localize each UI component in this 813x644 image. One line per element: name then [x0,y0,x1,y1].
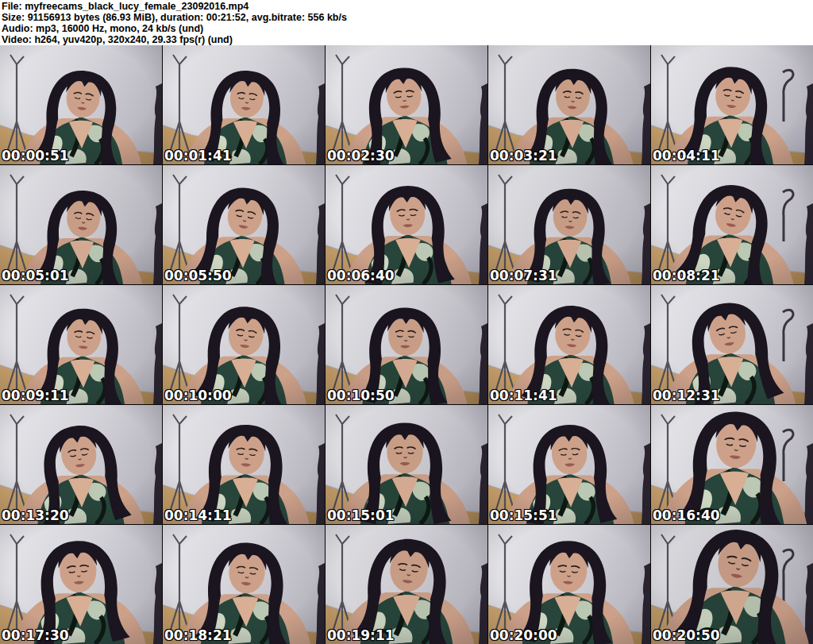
timestamp-overlay: 00:03:21 [490,149,557,163]
thumbnail-scene [326,285,487,404]
timestamp-overlay: 00:16:40 [653,509,720,523]
vignette [651,405,813,524]
vignette [488,285,650,404]
video-thumbnail: 00:11:41 [488,285,650,404]
video-thumbnail: 00:05:50 [163,165,325,284]
video-thumbnail: 00:19:11 [326,525,487,644]
timestamp-overlay: 00:07:31 [490,269,557,283]
vignette [326,165,487,284]
timestamp-overlay: 00:12:31 [653,389,720,403]
thumbnail-scene [488,165,650,284]
vignette [651,525,813,644]
vignette [163,405,325,524]
video-thumbnail: 00:10:00 [163,285,325,404]
video-thumbnail: 00:06:40 [326,165,487,284]
timestamp-overlay: 00:05:01 [2,269,69,283]
video-thumbnail: 00:16:40 [651,405,813,524]
timestamp-overlay: 00:20:50 [653,629,720,642]
video-thumbnail: 00:05:01 [0,165,162,284]
vignette [0,45,162,164]
video-thumbnail: 00:02:30 [326,45,487,164]
video-thumbnail: 00:15:01 [326,405,487,524]
video-thumbnail: 00:14:11 [163,405,325,524]
video-thumbnail: 00:04:11 [651,45,813,164]
vignette [326,525,487,644]
video-thumbnail: 00:07:31 [488,165,650,284]
video-thumbnail: 00:18:21 [163,525,325,644]
video-contact-sheet: File: myfreecams_black_lucy_female_23092… [0,0,813,644]
timestamp-overlay: 00:17:30 [2,629,69,642]
vignette [651,165,813,284]
thumbnail-scene [163,525,325,644]
thumbnail-scene [488,45,650,164]
timestamp-overlay: 00:15:51 [490,509,557,523]
thumbnail-scene [163,45,325,164]
video-thumbnail: 00:12:31 [651,285,813,404]
video-thumbnail: 00:01:41 [163,45,325,164]
video-thumbnail: 00:20:00 [488,525,650,644]
thumbnail-scene [0,285,162,404]
timestamp-overlay: 00:05:50 [164,269,232,283]
timestamp-overlay: 00:10:50 [327,389,395,403]
thumbnail-scene [0,165,162,284]
file-size-line: Size: 91156913 bytes (86.93 MiB), durati… [2,12,813,23]
thumbnail-scene [326,405,487,524]
file-name-line: File: myfreecams_black_lucy_female_23092… [2,1,813,12]
thumbnail-scene [488,405,650,524]
thumbnail-scene [326,165,487,284]
vignette [0,165,162,284]
vignette [488,165,650,284]
timestamp-overlay: 00:06:40 [327,269,395,283]
thumbnail-scene [488,525,650,644]
vignette [0,525,162,644]
thumbnail-scene [163,285,325,404]
vignette [0,285,162,404]
vignette [651,285,813,404]
timestamp-overlay: 00:00:51 [2,149,69,163]
vignette [163,45,325,164]
file-metadata-header: File: myfreecams_black_lucy_female_23092… [0,0,813,45]
vignette [651,45,813,164]
timestamp-overlay: 00:09:11 [2,389,69,403]
thumbnail-scene [0,405,162,524]
vignette [163,165,325,284]
timestamp-overlay: 00:13:20 [2,509,69,523]
video-thumbnail: 00:00:51 [0,45,162,164]
video-thumbnail: 00:09:11 [0,285,162,404]
video-thumbnail: 00:15:51 [488,405,650,524]
thumbnail-scene [651,285,813,404]
thumbnail-scene [651,525,813,644]
video-thumbnail: 00:03:21 [488,45,650,164]
vignette [0,405,162,524]
thumbnail-scene [0,525,162,644]
audio-info-line: Audio: mp3, 16000 Hz, mono, 24 kb/s (und… [2,23,813,34]
timestamp-overlay: 00:04:11 [653,149,720,163]
vignette [326,285,487,404]
vignette [488,45,650,164]
timestamp-overlay: 00:01:41 [164,149,232,163]
video-info-line: Video: h264, yuv420p, 320x240, 29.33 fps… [2,34,813,45]
timestamp-overlay: 00:20:00 [490,629,557,642]
timestamp-overlay: 00:10:00 [164,389,232,403]
timestamp-overlay: 00:02:30 [327,149,395,163]
thumbnail-scene [163,165,325,284]
thumbnail-scene [326,45,487,164]
vignette [163,525,325,644]
video-thumbnail: 00:08:21 [651,165,813,284]
vignette [488,405,650,524]
timestamp-overlay: 00:11:41 [490,389,557,403]
thumbnail-scene [326,525,487,644]
vignette [326,405,487,524]
thumbnail-scene [651,165,813,284]
thumbnail-scene [488,285,650,404]
video-thumbnail: 00:13:20 [0,405,162,524]
timestamp-overlay: 00:14:11 [164,509,232,523]
timestamp-overlay: 00:15:01 [327,509,395,523]
video-thumbnail: 00:20:50 [651,525,813,644]
vignette [163,285,325,404]
timestamp-overlay: 00:19:11 [327,629,395,642]
video-thumbnail: 00:17:30 [0,525,162,644]
video-thumbnail: 00:10:50 [326,285,487,404]
timestamp-overlay: 00:18:21 [164,629,232,642]
thumbnail-scene [163,405,325,524]
